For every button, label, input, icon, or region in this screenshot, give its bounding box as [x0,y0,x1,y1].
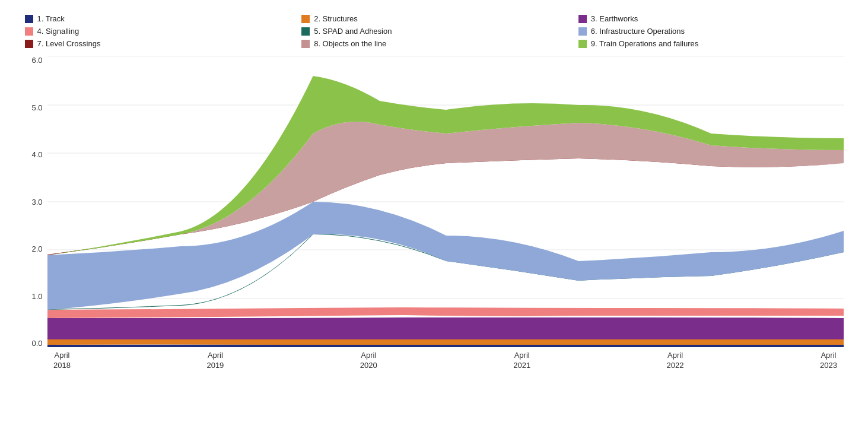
legend-label-9: 9. Train Operations and failures [591,39,698,48]
legend-item-6: 6. Infrastructure Operations [578,27,844,36]
area-infra-ops [47,202,844,310]
legend-item-4: 4. Signalling [25,27,290,36]
chart-legend: 1. Track 2. Structures 3. Earthworks 4. … [25,14,844,48]
chart-area: 0.0 1.0 2.0 3.0 4.0 5.0 6.0 [25,56,844,347]
legend-swatch-9 [578,40,587,48]
area-track [47,345,844,348]
legend-label-8: 8. Objects on the line [314,39,386,48]
x-tick-2020: April 2020 [354,351,383,371]
legend-label-1: 1. Track [37,14,65,23]
area-earthworks [47,317,844,339]
x-tick-2019: April 2019 [201,351,230,371]
legend-label-3: 3. Earthworks [591,14,638,23]
legend-item-7: 7. Level Crossings [25,39,290,48]
x-tick-year-2022: 2022 [660,361,690,371]
legend-swatch-6 [578,27,587,36]
legend-item-9: 9. Train Operations and failures [578,39,844,48]
legend-item-1: 1. Track [25,14,290,23]
legend-label-2: 2. Structures [314,14,358,23]
x-tick-label-2019: April [201,351,230,361]
x-tick-year-2018: 2018 [47,361,77,371]
x-tick-2018: April 2018 [47,351,77,371]
x-tick-label-2020: April [354,351,383,361]
area-structures [47,339,844,345]
chart-container: 1. Track 2. Structures 3. Earthworks 4. … [13,8,856,424]
x-tick-2022: April 2022 [660,351,690,371]
legend-label-4: 4. Signalling [37,27,80,36]
area-signalling [47,307,844,318]
legend-swatch-4 [25,27,33,36]
legend-item-5: 5. SPAD and Adhesion [301,27,567,36]
x-tick-label-2022: April [660,351,690,361]
y-tick-1: 1.0 [25,293,43,300]
x-tick-label-2021: April [507,351,537,361]
x-axis: April 2018 April 2019 April 2020 April 2… [47,351,844,371]
legend-swatch-7 [25,40,33,48]
y-tick-2: 2.0 [25,245,43,253]
x-tick-year-2021: 2021 [507,361,537,371]
y-tick-5: 5.0 [25,104,43,112]
legend-swatch-3 [578,15,587,23]
x-tick-year-2023: 2023 [813,361,843,371]
stacked-area-chart [47,56,844,347]
y-tick-3: 3.0 [25,198,43,206]
legend-label-7: 7. Level Crossings [37,39,101,48]
y-axis: 0.0 1.0 2.0 3.0 4.0 5.0 6.0 [25,56,47,347]
legend-swatch-5 [301,27,310,36]
legend-swatch-2 [301,15,310,23]
legend-label-5: 5. SPAD and Adhesion [314,27,392,36]
x-tick-label-2023: April [813,351,843,361]
y-tick-0: 0.0 [25,339,43,347]
legend-item-2: 2. Structures [301,14,567,23]
x-tick-year-2020: 2020 [354,361,383,371]
legend-swatch-1 [25,15,33,23]
svg-chart-area [47,56,844,347]
y-tick-6: 6.0 [25,56,43,64]
y-tick-4: 4.0 [25,151,43,158]
legend-label-6: 6. Infrastructure Operations [591,27,685,36]
x-tick-2023: April 2023 [813,351,843,371]
x-tick-year-2019: 2019 [201,361,230,371]
x-tick-2021: April 2021 [507,351,537,371]
x-tick-label-2018: April [47,351,77,361]
legend-item-3: 3. Earthworks [578,14,844,23]
legend-swatch-8 [301,40,310,48]
legend-item-8: 8. Objects on the line [301,39,567,48]
